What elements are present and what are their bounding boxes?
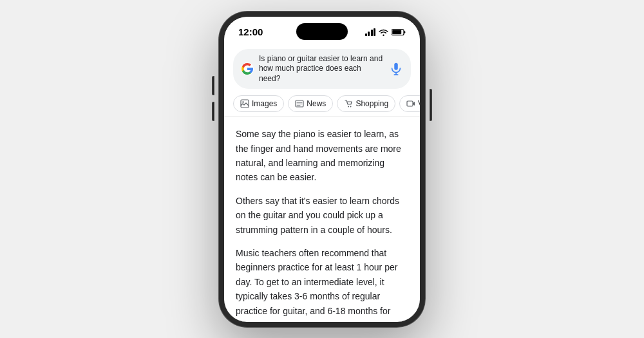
- phone-frame: 12:00: [219, 12, 425, 327]
- svg-rect-6: [241, 100, 249, 108]
- svg-point-12: [348, 106, 349, 108]
- mic-icon[interactable]: [389, 62, 403, 76]
- paragraph-2: Others say that it's easier to learn cho…: [236, 194, 408, 237]
- svg-rect-14: [407, 101, 413, 106]
- svg-rect-1: [392, 30, 401, 34]
- phone-mockup: 12:00: [219, 12, 425, 327]
- tab-images-label: Images: [252, 99, 277, 108]
- tab-videos-label: Vide...: [418, 99, 420, 108]
- video-icon: [406, 99, 415, 108]
- battery-icon: [392, 28, 406, 36]
- svg-point-7: [242, 102, 243, 103]
- google-logo: [241, 62, 254, 75]
- tab-shopping[interactable]: Shopping: [337, 95, 395, 112]
- dynamic-island: [296, 23, 348, 40]
- search-container: Is piano or guitar easier to learn and h…: [224, 44, 420, 93]
- svg-rect-3: [394, 63, 398, 70]
- newspaper-icon: [295, 99, 304, 108]
- power-button: [430, 89, 432, 121]
- status-icons: [365, 28, 406, 36]
- tab-shopping-label: Shopping: [355, 99, 388, 108]
- shopping-icon: [344, 99, 353, 108]
- tab-videos[interactable]: Vide...: [399, 95, 420, 112]
- paragraph-3: Music teachers often recommend that begi…: [236, 246, 408, 321]
- tab-news-label: News: [307, 99, 326, 108]
- tab-news[interactable]: News: [288, 95, 333, 112]
- phone-screen: 12:00: [224, 17, 420, 322]
- signal-icon: [365, 28, 376, 36]
- paragraph-1: Some say the piano is easier to learn, a…: [236, 127, 408, 185]
- volume-down-button: [212, 102, 214, 121]
- image-icon: [240, 99, 249, 108]
- search-query-text: Is piano or guitar easier to learn and h…: [259, 54, 384, 84]
- svg-point-13: [350, 106, 352, 108]
- tab-images[interactable]: Images: [233, 95, 284, 112]
- wifi-icon: [379, 28, 388, 36]
- volume-up-button: [212, 76, 214, 95]
- content-area: Some say the piano is easier to learn, a…: [224, 117, 420, 321]
- search-bar[interactable]: Is piano or guitar easier to learn and h…: [233, 49, 411, 89]
- tabs-bar: Images News: [224, 93, 420, 117]
- status-time: 12:00: [238, 26, 263, 37]
